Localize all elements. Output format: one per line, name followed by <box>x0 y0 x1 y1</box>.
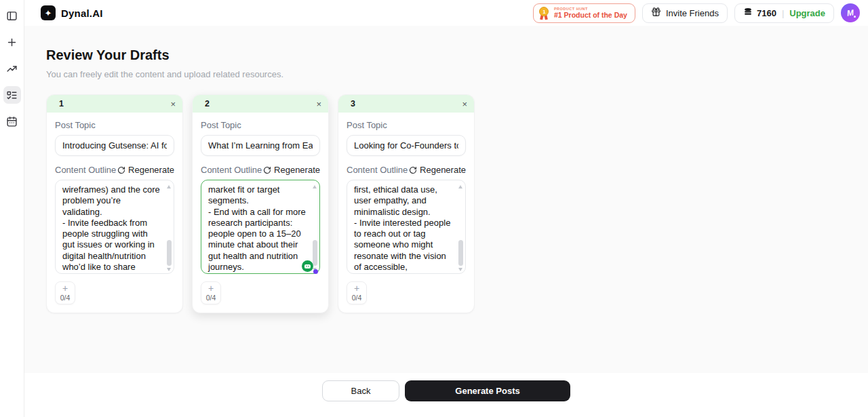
post-topic-input[interactable] <box>201 135 320 156</box>
resource-count: 0/4 <box>206 294 216 302</box>
content-outline-textarea[interactable]: wireframes) and the core problem you’re … <box>55 180 174 274</box>
card-header: 2 × <box>193 95 328 113</box>
add-resource-button[interactable]: + 0/4 <box>55 281 75 304</box>
refresh-icon <box>117 166 125 174</box>
card-header: 3 × <box>338 95 474 113</box>
extension-notification-dot <box>313 269 318 274</box>
post-topic-label: Post Topic <box>201 120 320 130</box>
page-subtitle: You can freely edit the content and uplo… <box>46 69 846 79</box>
calendar-icon[interactable] <box>3 113 21 130</box>
scroll-up-arrow[interactable] <box>167 185 171 188</box>
brand[interactable]: ✦ Dynal.AI <box>41 5 103 20</box>
page-title: Review Your Drafts <box>46 47 846 63</box>
top-bar: ✦ Dynal.AI 1 PRODUCT HUNT #1 Product of … <box>24 0 868 26</box>
plus-icon: + <box>208 283 214 294</box>
back-button[interactable]: Back <box>322 380 399 401</box>
add-resource-button[interactable]: + 0/4 <box>201 281 221 304</box>
footer-actions: Back Generate Posts <box>24 373 868 417</box>
refresh-icon <box>263 166 271 174</box>
credits-count: 7160 <box>757 8 776 18</box>
credits-upgrade-button[interactable]: 7160 | Upgrade <box>734 3 834 23</box>
main-content: Review Your Drafts You can freely edit t… <box>24 26 868 373</box>
sidebar-toggle-icon[interactable] <box>3 7 21 24</box>
regenerate-button[interactable]: Regenerate <box>263 165 320 175</box>
resource-count: 0/4 <box>352 294 362 302</box>
regenerate-button[interactable]: Regenerate <box>409 165 466 175</box>
brand-name: Dynal.AI <box>61 7 103 19</box>
add-resource-button[interactable]: + 0/4 <box>347 281 367 304</box>
post-topic-input[interactable] <box>55 135 174 156</box>
invite-friends-button[interactable]: Invite Friends <box>642 3 728 23</box>
coins-icon <box>743 7 753 19</box>
close-icon[interactable]: × <box>462 100 467 108</box>
upgrade-link[interactable]: Upgrade <box>789 8 825 18</box>
medal-icon: 1 <box>539 6 549 20</box>
draft-card-1: 1 × Post Topic Content Outline Regenerat… <box>46 94 183 313</box>
app-window: ✦ Dynal.AI 1 PRODUCT HUNT #1 Product of … <box>0 0 868 417</box>
content-outline-textarea[interactable]: first, ethical data use, user empathy, a… <box>347 180 466 274</box>
plus-icon: + <box>354 283 359 294</box>
scrollbar-thumb[interactable] <box>458 240 463 266</box>
draft-cards-row: 1 × Post Topic Content Outline Regenerat… <box>46 94 846 313</box>
post-topic-input[interactable] <box>347 135 466 156</box>
close-icon[interactable]: × <box>170 100 176 108</box>
assistant-extension-badge[interactable] <box>302 260 313 272</box>
regenerate-button[interactable]: Regenerate <box>117 165 174 175</box>
card-number: 1 <box>59 99 64 108</box>
scroll-down-arrow[interactable] <box>167 268 171 271</box>
draft-card-2: 2 × Post Topic Content Outline Regenerat… <box>192 94 329 313</box>
product-hunt-badge[interactable]: 1 PRODUCT HUNT #1 Product of the Day <box>533 3 635 23</box>
scrollbar-thumb[interactable] <box>167 240 172 266</box>
user-avatar[interactable]: M <box>841 3 860 22</box>
top-bar-actions: 1 PRODUCT HUNT #1 Product of the Day Inv… <box>533 3 860 23</box>
divider: | <box>782 8 784 18</box>
scrollbar-thumb[interactable] <box>313 240 317 266</box>
card-number: 2 <box>205 99 210 108</box>
drafts-checklist-icon[interactable] <box>3 86 21 104</box>
scroll-up-arrow[interactable] <box>458 185 462 188</box>
sidebar-rail <box>0 0 24 417</box>
post-topic-label: Post Topic <box>347 120 466 130</box>
resource-count: 0/4 <box>60 294 71 302</box>
refresh-icon <box>409 166 417 174</box>
scroll-down-arrow[interactable] <box>458 268 462 271</box>
content-outline-label: Content Outline <box>347 165 408 175</box>
content-outline-label: Content Outline <box>55 165 116 175</box>
invite-friends-label: Invite Friends <box>666 8 719 18</box>
content-outline-label: Content Outline <box>201 165 262 175</box>
scroll-up-arrow[interactable] <box>313 185 317 188</box>
post-topic-label: Post Topic <box>55 120 174 130</box>
card-header: 1 × <box>47 95 182 113</box>
brand-logo-icon: ✦ <box>41 5 56 20</box>
gift-icon <box>651 7 661 19</box>
new-post-plus-icon[interactable] <box>3 33 21 51</box>
analytics-trending-up-icon[interactable] <box>3 60 21 77</box>
generate-posts-button[interactable]: Generate Posts <box>405 380 570 401</box>
close-icon[interactable]: × <box>316 100 321 108</box>
card-number: 3 <box>351 99 355 108</box>
product-hunt-title: #1 Product of the Day <box>554 11 627 19</box>
plus-icon: + <box>62 283 68 294</box>
robot-icon <box>304 264 311 269</box>
content-outline-textarea[interactable]: market fit or target segments. - End wit… <box>201 180 320 274</box>
draft-card-3: 3 × Post Topic Content Outline Regenerat… <box>338 94 475 313</box>
